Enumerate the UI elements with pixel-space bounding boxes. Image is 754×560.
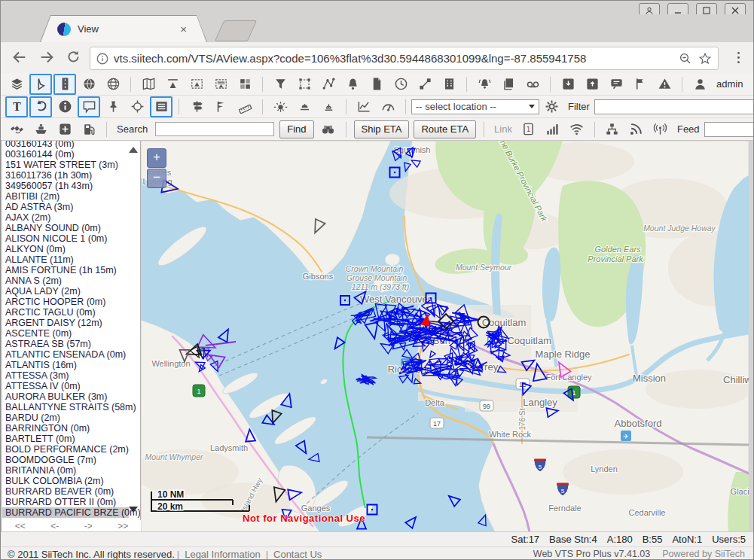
- contact-us-link[interactable]: Contact Us: [273, 549, 322, 560]
- vessel-list-item[interactable]: BULK COLOMBIA (2m): [2, 476, 129, 486]
- bing-maps-button[interactable]: [29, 74, 52, 95]
- bell-ring-button[interactable]: [473, 74, 496, 95]
- beacon-button[interactable]: [293, 96, 316, 117]
- browser-tab[interactable]: View ×: [40, 15, 207, 42]
- scroll-down-arrow[interactable]: [129, 507, 138, 513]
- outbox-button[interactable]: [581, 74, 603, 95]
- signpost-button[interactable]: [185, 96, 208, 117]
- wind-barb-button[interactable]: [209, 96, 232, 117]
- bell-button[interactable]: [341, 74, 364, 95]
- vessel-list-item[interactable]: ASTRAEA SB (57m): [2, 339, 129, 349]
- signal-bars-button[interactable]: [542, 119, 564, 140]
- search-input[interactable]: [155, 122, 274, 136]
- vessel-list-item[interactable]: ALLANTE (11m): [2, 254, 129, 265]
- vessel-list-item[interactable]: BALLANTYNE STRAITS (58m): [2, 402, 129, 412]
- vessel-list-item[interactable]: ALISON NICOLE 1 (0m): [2, 233, 129, 244]
- vessel-list-item[interactable]: ATTESSA (3m): [2, 370, 129, 381]
- vessel-list-item[interactable]: BOLD PERFORMANCE (2m): [2, 444, 129, 455]
- page-1-button[interactable]: 1: [517, 119, 540, 140]
- text-tool-button[interactable]: T: [5, 96, 28, 117]
- clock-button[interactable]: [389, 74, 412, 95]
- map-fold-button[interactable]: [137, 74, 160, 95]
- feed-select[interactable]: [704, 122, 754, 137]
- location-settings-button[interactable]: [540, 96, 563, 117]
- fuel-button[interactable]: [78, 119, 100, 140]
- vessel-list-item[interactable]: ATLANTIS (16m): [2, 360, 129, 370]
- vessel-list-item[interactable]: AMIS FORTUNE (1h 15m): [2, 265, 129, 275]
- pager-prev[interactable]: <-: [50, 521, 59, 531]
- building-button[interactable]: [438, 74, 460, 95]
- gauge-button[interactable]: [377, 96, 399, 117]
- vessel-list-item[interactable]: ATTESSA IV (0m): [2, 381, 129, 391]
- pin-button[interactable]: [102, 96, 124, 117]
- link-nodes-button[interactable]: [414, 74, 436, 95]
- voicemail-button[interactable]: [521, 74, 544, 95]
- info-button[interactable]: [53, 96, 76, 117]
- bookmark-star-icon[interactable]: [698, 52, 712, 65]
- wifi-button[interactable]: [566, 119, 588, 140]
- globe-dark-button[interactable]: [78, 74, 100, 95]
- comment-button[interactable]: [78, 96, 100, 117]
- ship-eta-button[interactable]: Ship ETA: [354, 120, 410, 138]
- tab-close-icon[interactable]: ×: [180, 23, 187, 35]
- pager-last[interactable]: >>: [118, 521, 128, 531]
- map-canvas[interactable]: 159917991155✈SquamishIrvinesLandingGibso…: [141, 141, 749, 531]
- vessel-list-item[interactable]: 003160143 (0m): [2, 141, 129, 149]
- inbox-button[interactable]: [557, 74, 579, 95]
- chart-button[interactable]: [353, 96, 375, 117]
- vessel-list-item[interactable]: ABITIBI (2m): [2, 191, 129, 202]
- ship-button[interactable]: [29, 119, 52, 140]
- route-eta-button[interactable]: Route ETA: [414, 120, 476, 138]
- vessel-list-item[interactable]: ALBANY SOUND (0m): [2, 223, 129, 233]
- network-button[interactable]: [601, 119, 624, 140]
- polyline-button[interactable]: [317, 74, 340, 95]
- pages-button[interactable]: [497, 74, 520, 95]
- rss-button[interactable]: [625, 119, 648, 140]
- vessel-list-item[interactable]: BOOMDOGGLE (7m): [2, 455, 129, 465]
- add-box-button[interactable]: [53, 119, 76, 140]
- vessel-list-item[interactable]: AQUA LADY (2m): [2, 286, 129, 297]
- vessel-list-item[interactable]: BURRARD BEAVER (0m): [2, 486, 129, 497]
- antenna-button[interactable]: [649, 119, 672, 140]
- vessel-list-item[interactable]: BURRARD PACIFIC BRZE (0m): [2, 507, 129, 518]
- map-zoom-in-button[interactable]: +: [147, 148, 166, 168]
- vessel-list-item[interactable]: ARGENT DAISY (12m): [2, 318, 129, 328]
- vessel-list-item[interactable]: ANNA S (2m): [2, 275, 129, 286]
- page-info-icon[interactable]: [96, 52, 109, 65]
- flag-button[interactable]: [629, 74, 652, 95]
- vessel-list-item[interactable]: AD ASTRA (3m): [2, 202, 129, 212]
- vessel-list-item[interactable]: ARCTIC HOOPER (0m): [2, 297, 129, 307]
- road-button[interactable]: [53, 74, 76, 95]
- vessel-list-item[interactable]: AURORA BULKER (3m): [2, 391, 129, 402]
- url-text[interactable]: vts.siitech.com/VTS/AView.aspx?code=106%…: [114, 52, 679, 65]
- vessel-list-item[interactable]: BURRARD OTTER II (0m): [2, 497, 129, 507]
- filter-funnel-button[interactable]: [269, 74, 292, 95]
- scroll-up-arrow[interactable]: [129, 147, 138, 153]
- area-triangle-button[interactable]: [185, 74, 208, 95]
- chat-button[interactable]: [605, 74, 627, 95]
- layers-button[interactable]: [5, 74, 28, 95]
- zoom-page-icon[interactable]: [679, 52, 692, 65]
- vessel-list-item[interactable]: BRITANNIA (0m): [2, 465, 129, 476]
- document-button[interactable]: [365, 74, 388, 95]
- binoculars-button[interactable]: [317, 119, 340, 140]
- vessel-list-item[interactable]: 349560057 (1h 43m): [2, 181, 129, 191]
- legal-information-link[interactable]: Legal Information: [185, 549, 260, 560]
- location-select[interactable]: -- select location --: [411, 99, 539, 114]
- ruler-button[interactable]: [234, 96, 256, 117]
- lamp-button[interactable]: [317, 96, 340, 117]
- tiles-button[interactable]: [234, 74, 256, 95]
- browser-menu-icon[interactable]: [731, 50, 749, 68]
- vessel-list-item[interactable]: ASCENTE (0m): [2, 328, 129, 339]
- vessel-list-item[interactable]: BARRINGTON (0m): [2, 423, 129, 434]
- vessel-list-item[interactable]: ARCTIC TAGLU (0m): [2, 307, 129, 318]
- back-button[interactable]: [11, 49, 29, 67]
- undo-button[interactable]: [29, 96, 52, 117]
- person-button[interactable]: [688, 74, 711, 95]
- globe-wire-button[interactable]: [102, 74, 124, 95]
- list-button[interactable]: [150, 96, 172, 117]
- vessel-list-item[interactable]: AJAX (2m): [2, 212, 129, 223]
- vessel-list-item[interactable]: ALKYON (0m): [2, 244, 129, 254]
- vessel-list-item[interactable]: BARTLETT (0m): [2, 434, 129, 444]
- filter-select[interactable]: [594, 99, 754, 114]
